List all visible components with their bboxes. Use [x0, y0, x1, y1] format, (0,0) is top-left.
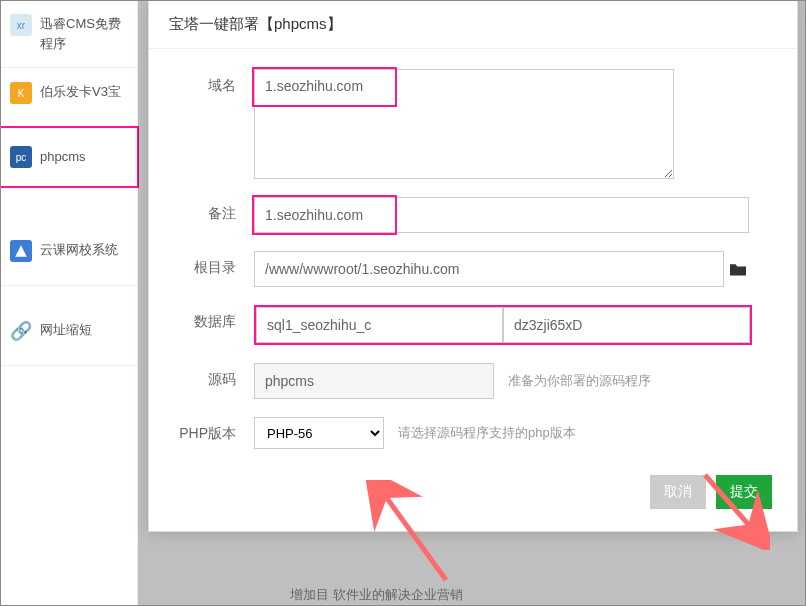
php-version-select[interactable]: PHP-56 — [254, 417, 384, 449]
app-icon: pc — [10, 146, 32, 168]
php-hint: 请选择源码程序支持的php版本 — [398, 424, 576, 442]
db-password-input[interactable] — [503, 307, 750, 343]
php-label: PHP版本 — [174, 417, 254, 443]
sidebar-item-bole[interactable]: K 伯乐发卡V3宝 — [0, 68, 137, 128]
remark-label: 备注 — [174, 197, 254, 223]
domain-input[interactable]: 1.seozhihu.com — [254, 69, 674, 179]
sidebar-item-label: 云课网校系统 — [40, 240, 118, 260]
db-label: 数据库 — [174, 305, 254, 331]
sidebar: xr 迅睿CMS免费程序 K 伯乐发卡V3宝 pc phpcms 云课网校系统 … — [0, 0, 138, 606]
folder-icon — [728, 261, 748, 277]
root-input[interactable] — [254, 251, 724, 287]
sidebar-item-label: phpcms — [40, 147, 86, 167]
app-icon — [10, 240, 32, 262]
domain-label: 域名 — [174, 69, 254, 95]
submit-button[interactable]: 提交 — [716, 475, 772, 509]
app-icon: K — [10, 82, 32, 104]
modal-title: 宝塔一键部署【phpcms】 — [149, 1, 797, 49]
row-source: 源码 准备为你部署的源码程序 — [174, 363, 772, 399]
source-input — [254, 363, 494, 399]
remark-input[interactable] — [254, 197, 749, 233]
db-name-input[interactable] — [256, 307, 503, 343]
source-hint: 准备为你部署的源码程序 — [508, 372, 651, 390]
row-remark: 备注 — [174, 197, 772, 233]
sidebar-item-xunrui[interactable]: xr 迅睿CMS免费程序 — [0, 0, 137, 68]
link-icon: 🔗 — [10, 320, 32, 342]
modal-footer: 取消 提交 — [149, 467, 797, 509]
sidebar-item-yunke[interactable]: 云课网校系统 — [0, 226, 137, 286]
row-domain: 域名 1.seozhihu.com — [174, 69, 772, 179]
sidebar-item-phpcms[interactable]: pc phpcms — [0, 126, 139, 188]
app-icon: xr — [10, 14, 32, 36]
row-php: PHP版本 PHP-56 请选择源码程序支持的php版本 — [174, 417, 772, 449]
sidebar-item-label: 伯乐发卡V3宝 — [40, 82, 121, 102]
sidebar-item-shorturl[interactable]: 🔗 网址缩短 — [0, 306, 137, 366]
source-label: 源码 — [174, 363, 254, 389]
sidebar-item-label: 迅睿CMS免费程序 — [40, 14, 127, 53]
row-root: 根目录 — [174, 251, 772, 287]
footer-text: 增加目 软件业的解决企业营销 — [290, 586, 463, 604]
cancel-button[interactable]: 取消 — [650, 475, 706, 509]
folder-browse-button[interactable] — [724, 251, 752, 287]
row-database: 数据库 — [174, 305, 772, 345]
root-label: 根目录 — [174, 251, 254, 277]
deploy-modal: 宝塔一键部署【phpcms】 域名 1.seozhihu.com 备注 根目录 — [148, 0, 798, 532]
sidebar-item-label: 网址缩短 — [40, 320, 92, 340]
deploy-form: 域名 1.seozhihu.com 备注 根目录 数据库 — [149, 49, 797, 449]
